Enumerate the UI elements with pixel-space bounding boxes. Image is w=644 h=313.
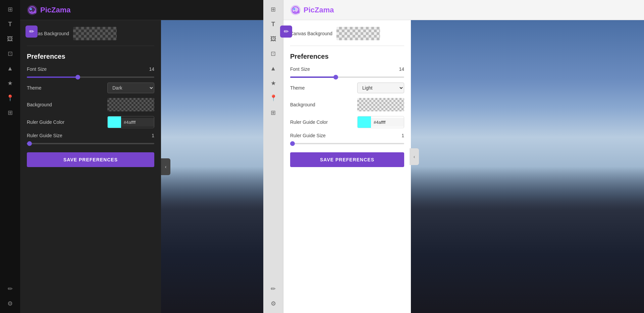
- sidebar-icon-shapes[interactable]: ▲: [4, 62, 16, 74]
- light-sidebar-icon-pin[interactable]: 📍: [267, 92, 279, 104]
- dark-ruler-color-label: Ruler Guide Color: [27, 119, 64, 125]
- dark-canvas-preview: [161, 20, 263, 313]
- light-font-size-row: Font Size 14: [290, 66, 404, 72]
- light-color-swatch[interactable]: [358, 116, 371, 128]
- light-sidebar-icon-crop[interactable]: ⊡: [267, 48, 279, 60]
- light-pen-icon[interactable]: ✏: [283, 25, 292, 38]
- light-ruler-size-value: 1: [401, 133, 404, 138]
- dark-font-size-label: Font Size: [27, 66, 47, 72]
- sidebar-icon-star[interactable]: ★: [4, 77, 16, 89]
- sidebar-icon-image[interactable]: 🖼: [4, 33, 16, 45]
- sidebar-icon-crop[interactable]: ⊡: [4, 48, 16, 60]
- dark-preferences-title: Preferences: [27, 53, 154, 60]
- light-font-size-label: Font Size: [290, 66, 310, 72]
- dark-header: PicZama: [20, 0, 263, 20]
- dark-font-size-value: 14: [149, 66, 154, 72]
- light-sidebar-icon-sliders[interactable]: ⊞: [267, 3, 279, 15]
- light-save-button[interactable]: SAVE PREFERENCES: [290, 152, 404, 167]
- dark-mountain-bg: [161, 20, 263, 313]
- light-sidebar-icon-grid[interactable]: ⊞: [267, 107, 279, 119]
- light-canvas-bg-row: Canvas Background: [290, 27, 404, 46]
- light-sidebar-icon-image[interactable]: 🖼: [267, 33, 279, 45]
- dark-font-size-row: Font Size 14: [27, 66, 154, 72]
- dark-sidebar: ⊞ T 🖼 ⊡ ▲ ★ 📍 ⊞ ✏ ⚙: [0, 0, 20, 313]
- light-ruler-color-label: Ruler Guide Color: [290, 119, 328, 125]
- light-sidebar-icon-star[interactable]: ★: [267, 77, 279, 89]
- dark-theme-row: Theme Dark Light: [27, 83, 154, 93]
- light-font-size-slider-container: [290, 76, 404, 78]
- dark-ruler-size-slider-container: [27, 143, 154, 144]
- dark-theme-label: Theme: [27, 85, 42, 91]
- dark-logo-text: PicZama: [40, 6, 71, 14]
- sidebar-icon-pin[interactable]: 📍: [4, 92, 16, 104]
- light-app: ⊞ T 🖼 ⊡ ▲ ★ 📍 ⊞ ✏ ⚙ PicZama ✏ Canvas Bac…: [263, 0, 644, 313]
- light-sidebar: ⊞ T 🖼 ⊡ ▲ ★ 📍 ⊞ ✏ ⚙: [263, 0, 283, 313]
- dark-ruler-size-label: Ruler Guide Size: [27, 133, 62, 138]
- dark-background-row: Background: [27, 98, 154, 111]
- dark-font-size-slider-container: [27, 76, 154, 78]
- dark-preferences-panel: Canvas Background Preferences Font Size …: [20, 20, 161, 313]
- light-preferences-title: Preferences: [290, 53, 404, 60]
- light-font-size-fill: [290, 76, 336, 78]
- light-logo: PicZama: [290, 5, 334, 15]
- light-ruler-color-row: Ruler Guide Color: [290, 116, 404, 128]
- light-color-text[interactable]: [371, 118, 404, 127]
- light-canvas-preview: [411, 20, 644, 313]
- dark-ruler-size-track: [27, 143, 154, 144]
- sidebar-icon-sliders[interactable]: ⊞: [4, 3, 16, 15]
- dark-logo: PicZama: [27, 5, 71, 15]
- light-font-size-value: 14: [399, 66, 404, 72]
- light-ruler-size-thumb[interactable]: [290, 141, 295, 146]
- dark-font-size-fill: [27, 76, 78, 78]
- light-logo-icon: [290, 5, 301, 15]
- dark-background-preview[interactable]: [107, 98, 154, 111]
- light-sidebar-icon-shapes[interactable]: ▲: [267, 62, 279, 74]
- light-background-preview[interactable]: [357, 98, 404, 111]
- light-theme-select[interactable]: Dark Light: [357, 83, 404, 93]
- dark-font-size-track: [27, 76, 154, 78]
- light-ruler-color-input[interactable]: [357, 116, 404, 128]
- sidebar-icon-pen[interactable]: ✏: [4, 283, 16, 295]
- dark-ruler-size-row: Ruler Guide Size 1: [27, 133, 154, 138]
- dark-background-label: Background: [27, 102, 52, 107]
- light-sidebar-icon-text[interactable]: T: [267, 18, 279, 30]
- dark-ruler-color-input[interactable]: #4affff: [107, 116, 154, 128]
- dark-canvas-bg-preview[interactable]: [73, 27, 117, 40]
- dark-ruler-size-thumb[interactable]: [27, 141, 32, 146]
- light-ruler-size-track: [290, 143, 404, 144]
- dark-collapse-button[interactable]: ‹: [161, 158, 170, 175]
- light-header: PicZama: [283, 0, 644, 20]
- light-preferences-panel: ✏ Canvas Background Preferences Font Siz…: [283, 20, 411, 313]
- light-font-size-thumb[interactable]: [333, 75, 338, 80]
- sidebar-icon-grid[interactable]: ⊞: [4, 107, 16, 119]
- svg-point-5: [293, 8, 295, 10]
- dark-color-swatch[interactable]: [108, 116, 121, 128]
- dark-font-size-thumb[interactable]: [75, 75, 80, 80]
- light-canvas-bg-label: Canvas Background: [290, 31, 332, 36]
- sidebar-icon-gear[interactable]: ⚙: [4, 298, 16, 310]
- light-sidebar-icon-gear[interactable]: ⚙: [267, 298, 279, 310]
- light-collapse-button[interactable]: ‹: [410, 148, 419, 165]
- dark-app: ⊞ T 🖼 ⊡ ▲ ★ 📍 ⊞ ✏ ⚙ PicZama ✏ Canv: [0, 0, 263, 313]
- light-background-label: Background: [290, 102, 315, 107]
- light-logo-text: PicZama: [304, 6, 334, 14]
- dark-ruler-color-row: Ruler Guide Color #4affff: [27, 116, 154, 128]
- dark-color-text[interactable]: #4affff: [121, 118, 154, 127]
- light-canvas-bg-preview[interactable]: [336, 27, 380, 40]
- light-theme-label: Theme: [290, 85, 305, 91]
- light-ruler-size-label: Ruler Guide Size: [290, 133, 326, 138]
- dark-theme-select[interactable]: Dark Light: [107, 83, 154, 93]
- light-font-size-track: [290, 76, 404, 78]
- dark-save-button[interactable]: SAVE PREFERENCES: [27, 152, 154, 167]
- dark-logo-icon: [27, 5, 38, 15]
- light-mountain-bg: [411, 20, 644, 313]
- dark-canvas-bg-row: Canvas Background: [27, 27, 154, 46]
- dark-pen-icon[interactable]: ✏: [25, 25, 38, 38]
- dark-ruler-size-value: 1: [152, 133, 154, 138]
- sidebar-icon-text[interactable]: T: [4, 18, 16, 30]
- dark-content: ✏ Canvas Background Preferences Font Siz…: [20, 20, 263, 313]
- light-background-row: Background: [290, 98, 404, 111]
- light-ruler-size-row: Ruler Guide Size 1: [290, 133, 404, 138]
- light-theme-row: Theme Dark Light: [290, 83, 404, 93]
- light-sidebar-icon-pen[interactable]: ✏: [267, 283, 279, 295]
